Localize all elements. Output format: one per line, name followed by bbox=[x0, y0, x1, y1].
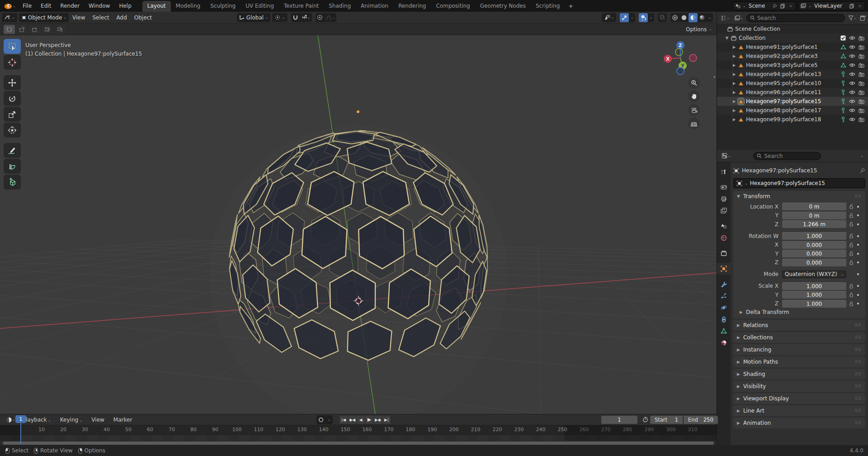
animate-property-dot[interactable] bbox=[857, 244, 859, 246]
sidebar-collapse-arrow[interactable]: ‹ bbox=[713, 73, 716, 80]
gizmos-dropdown[interactable]: ⌄ bbox=[629, 13, 635, 22]
disable-in-renders-toggle[interactable] bbox=[858, 62, 864, 68]
mesh-data-icon[interactable] bbox=[840, 62, 846, 68]
disclosure-triangle[interactable]: ▶ bbox=[731, 63, 738, 67]
hide-in-viewport-toggle[interactable] bbox=[849, 116, 855, 123]
outliner-row-hexagone98:polysurface17[interactable]: ▶Hexagone98:polySurface17 bbox=[717, 106, 868, 115]
overlays-dropdown[interactable]: ⌄ bbox=[648, 13, 654, 22]
remove-icon[interactable]: ✕ bbox=[857, 3, 863, 9]
previous-keyframe-button[interactable]: ◆◀ bbox=[348, 416, 357, 424]
properties-options-dropdown[interactable]: ⌄ bbox=[860, 154, 863, 158]
mode-selector[interactable]: Object Mode ⌄ bbox=[19, 13, 69, 22]
disable-in-renders-toggle[interactable] bbox=[858, 71, 864, 77]
transform-orientation[interactable]: Global ⌄ bbox=[237, 13, 270, 22]
lock-icon[interactable] bbox=[849, 260, 854, 265]
disclosure-triangle[interactable]: ▶ bbox=[731, 108, 738, 113]
animate-property-dot[interactable] bbox=[857, 303, 859, 304]
animate-property-dot[interactable] bbox=[857, 214, 859, 216]
shading-rendered-button[interactable] bbox=[698, 13, 707, 22]
hide-in-viewport-toggle[interactable] bbox=[849, 71, 855, 77]
shading-material-button[interactable] bbox=[689, 13, 698, 22]
collection-checkbox[interactable] bbox=[840, 35, 846, 41]
disclosure-triangle[interactable]: ▶ bbox=[731, 54, 738, 58]
frame-start-field[interactable]: Start1 bbox=[650, 416, 683, 424]
workspace-tab-texture-paint[interactable]: Texture Paint bbox=[279, 1, 324, 12]
timeline-menu-view[interactable]: View bbox=[87, 414, 108, 425]
workspace-tab-modeling[interactable]: Modeling bbox=[171, 1, 206, 12]
disclosure-triangle[interactable]: ▼ bbox=[723, 36, 731, 40]
value-slider[interactable]: 1.000 bbox=[782, 300, 846, 308]
animate-property-dot[interactable] bbox=[857, 285, 859, 287]
hide-in-viewport-toggle[interactable] bbox=[849, 98, 855, 104]
zoom-button[interactable] bbox=[688, 77, 700, 89]
tool-measure-button[interactable] bbox=[4, 159, 21, 174]
lock-icon[interactable] bbox=[849, 301, 854, 306]
hide-in-viewport-toggle[interactable] bbox=[849, 107, 855, 114]
duplicate-icon[interactable] bbox=[849, 3, 855, 9]
lock-icon[interactable] bbox=[849, 213, 854, 218]
panel-grip-icon[interactable]: ⠿⠿ bbox=[855, 360, 862, 364]
filter-icon[interactable]: ⌄ bbox=[847, 15, 858, 21]
topbar-menu-window[interactable]: Window bbox=[84, 0, 114, 12]
delta-transform-header[interactable]: ▶ Delta Transform bbox=[733, 309, 865, 318]
lock-icon[interactable] bbox=[849, 292, 854, 297]
key-data-icon[interactable] bbox=[840, 98, 846, 104]
value-slider[interactable]: 1.000 bbox=[782, 282, 846, 290]
disable-in-renders-toggle[interactable] bbox=[858, 44, 864, 50]
disable-in-renders-toggle[interactable] bbox=[858, 107, 864, 114]
hide-in-viewport-toggle[interactable] bbox=[849, 89, 855, 95]
value-slider[interactable]: 1.266 m bbox=[782, 220, 846, 228]
select-mode-subtract-button[interactable] bbox=[29, 25, 40, 34]
play-button[interactable]: ▶ bbox=[365, 416, 374, 424]
hide-in-viewport-toggle[interactable] bbox=[849, 44, 855, 50]
timeline-ruler[interactable]: 1020304050607080901001101201301401501601… bbox=[0, 425, 717, 435]
key-data-icon[interactable] bbox=[840, 107, 846, 114]
overlays-toggle[interactable] bbox=[639, 13, 648, 22]
options-button[interactable]: Options ⌄ bbox=[686, 26, 712, 33]
tool-annotate-button[interactable] bbox=[4, 143, 21, 158]
key-data-icon[interactable] bbox=[840, 116, 846, 123]
timeline-track[interactable] bbox=[0, 435, 717, 441]
hide-in-viewport-toggle[interactable] bbox=[849, 35, 855, 41]
jump-to-start-button[interactable]: |◀ bbox=[340, 416, 348, 424]
disclosure-triangle[interactable]: ▶ bbox=[731, 117, 738, 122]
workspace-tab-scripting[interactable]: Scripting bbox=[531, 1, 565, 12]
workspace-tab-geometry-nodes[interactable]: Geometry Nodes bbox=[475, 1, 531, 12]
gizmo-axis-y-neg[interactable] bbox=[675, 48, 683, 56]
hide-in-viewport-toggle[interactable] bbox=[849, 80, 855, 86]
properties-tab-physics[interactable] bbox=[717, 302, 731, 314]
tool-move-button[interactable] bbox=[4, 75, 21, 90]
workspace-tab-sculpting[interactable]: Sculpting bbox=[205, 1, 241, 12]
select-mode-extend-button[interactable] bbox=[16, 25, 28, 34]
viewlayer-selector[interactable]: ⌄ ViewLayer ✕ bbox=[798, 1, 865, 10]
disclosure-triangle[interactable]: ▶ bbox=[731, 45, 738, 49]
editor-type-button[interactable]: ⌄ bbox=[2, 13, 17, 22]
panel-grip-icon[interactable]: ⠿⠿ bbox=[855, 421, 862, 425]
workspace-tab-animation[interactable]: Animation bbox=[356, 1, 393, 12]
panel-grip-icon[interactable]: ⠿⠿ bbox=[855, 335, 862, 340]
blender-logo-icon[interactable]: ⌄ bbox=[3, 2, 18, 10]
outliner-row-hexagone96:polysurface11[interactable]: ▶Hexagone96:polySurface11 bbox=[717, 88, 868, 97]
properties-editor-type-button[interactable]: ⌄ bbox=[720, 153, 732, 159]
disclosure-triangle[interactable]: ▶ bbox=[731, 72, 738, 76]
workspace-tab-compositing[interactable]: Compositing bbox=[431, 1, 475, 12]
outliner-display-mode-button[interactable]: ⌄ bbox=[719, 15, 731, 21]
panel-header-visibility[interactable]: ▶Visibility⠿⠿ bbox=[733, 381, 865, 392]
disclosure-triangle[interactable]: ▶ bbox=[731, 90, 738, 95]
new-collection-icon[interactable] bbox=[859, 15, 866, 21]
tool-rotate-button[interactable] bbox=[4, 91, 21, 106]
mesh-data-icon[interactable] bbox=[840, 53, 846, 59]
disable-in-renders-toggle[interactable] bbox=[858, 80, 864, 86]
tool-select-box-button[interactable] bbox=[4, 39, 21, 54]
viewport-menu-view[interactable]: View bbox=[69, 14, 89, 21]
unlink-icon[interactable]: ✕ bbox=[788, 3, 794, 9]
shading-wireframe-button[interactable] bbox=[670, 13, 679, 22]
disclosure-triangle[interactable]: ▶ bbox=[731, 99, 738, 104]
properties-tab-modifiers[interactable] bbox=[717, 278, 731, 290]
pin-icon[interactable] bbox=[771, 3, 778, 9]
tool-scale-button[interactable] bbox=[4, 107, 21, 122]
selectability-visibility-button[interactable]: ⌄ bbox=[602, 13, 616, 22]
panel-grip-icon[interactable]: ⠿⠿ bbox=[855, 323, 862, 328]
select-mode-intersect-button[interactable] bbox=[54, 25, 66, 34]
properties-tab-render[interactable] bbox=[717, 181, 731, 193]
